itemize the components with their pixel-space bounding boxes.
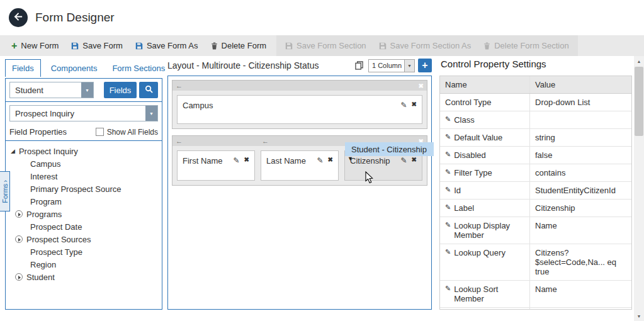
expand-icon[interactable]	[15, 210, 23, 218]
show-all-fields-checkbox[interactable]	[96, 128, 104, 136]
form-select[interactable]: Prospect Inquiry ▼	[9, 105, 158, 121]
collapse-icon[interactable]: ◢	[11, 149, 15, 154]
save-as-icon	[135, 42, 143, 50]
move-left-icon[interactable]: ←	[176, 138, 183, 145]
table-row: Control Type Drop-down List	[440, 94, 631, 111]
tab-form-sections[interactable]: Form Sections	[107, 60, 170, 77]
move-left-icon[interactable]: ←	[262, 138, 269, 145]
prop-value[interactable]: false	[529, 147, 631, 164]
edit-pencil-icon[interactable]: ✎	[401, 156, 407, 165]
back-button[interactable]	[9, 8, 28, 27]
section-toolbar-group: Save Form Section Save Form Section As D…	[276, 35, 578, 56]
tab-fields[interactable]: Fields	[5, 59, 41, 77]
prop-value[interactable]: StudentEntityCitizenId	[529, 182, 631, 199]
prop-value[interactable]: contains	[529, 164, 631, 181]
tree-item-label: Prospect Type	[30, 247, 82, 257]
copy-icon[interactable]	[355, 61, 363, 70]
prop-name-label: Label	[454, 203, 474, 213]
table-row: ✎Filter Type contains	[440, 164, 631, 182]
scroll-down-icon[interactable]: ▼	[634, 311, 644, 321]
move-left-icon[interactable]: ←	[176, 82, 183, 89]
remove-field-icon[interactable]: ✖	[328, 156, 333, 163]
save-form-as-button[interactable]: Save Form As	[129, 35, 205, 56]
forms-tab-label: Forms	[1, 183, 9, 203]
tree-item[interactable]: ◢ Prospect Inquiry	[6, 145, 162, 157]
prop-name-label: Id	[454, 186, 461, 195]
entity-select[interactable]: Student ▼	[9, 82, 94, 98]
editable-pencil-icon: ✎	[445, 221, 451, 229]
show-all-fields-toggle[interactable]: Show All Fields	[96, 128, 158, 137]
remove-field-icon[interactable]: ✖	[244, 156, 249, 163]
tree-item-label: Prospect Sources	[26, 235, 91, 244]
prop-value[interactable]: Name	[529, 281, 631, 307]
edit-pencil-icon[interactable]: ✎	[401, 101, 407, 110]
tree-item[interactable]: Campus	[6, 157, 162, 170]
edit-pencil-icon[interactable]: ✎	[317, 156, 324, 165]
tree-item[interactable]: Program	[6, 195, 162, 208]
tree-item[interactable]: Prospect Date	[6, 220, 162, 233]
fields-panel: Student ▼ Fields Prospect Inquiry ▼ Fiel…	[5, 78, 162, 310]
delete-form-section-button-disabled: Delete Form Section	[477, 35, 575, 56]
tree-item-label: Programs	[26, 210, 62, 219]
drag-tooltip: Student - Citizenship	[345, 142, 434, 156]
search-button[interactable]	[139, 82, 158, 98]
save-icon	[285, 42, 293, 50]
editable-pencil-icon: ✎	[445, 150, 451, 159]
tree-item[interactable]: Programs	[6, 208, 162, 220]
prop-value[interactable]: Name	[529, 217, 631, 244]
save-form-button[interactable]: Save Form	[65, 35, 129, 56]
tree-item[interactable]: Student	[6, 271, 162, 283]
column-header-value: Value	[529, 76, 631, 93]
tab-components[interactable]: Components	[46, 60, 103, 77]
field-label: Campus	[183, 101, 398, 110]
field-label: Last Name	[266, 156, 315, 166]
editable-pencil-icon: ✎	[445, 203, 451, 211]
field-tree: ◢ Prospect Inquiry Campus Interest Prima…	[6, 141, 162, 283]
remove-field-icon[interactable]: ✖	[412, 101, 417, 108]
form-select-value: Prospect Inquiry	[10, 106, 145, 121]
vertical-scrollbar[interactable]: ▲ ▼	[634, 56, 644, 321]
add-section-button[interactable]: +	[418, 59, 432, 72]
close-icon[interactable]: ✖	[419, 82, 424, 89]
prop-name-label: Filter Type	[454, 168, 492, 177]
table-row: ✎Lookup Display Member Name	[440, 217, 631, 244]
trash-icon	[211, 42, 218, 50]
scrollbar-thumb[interactable]	[635, 67, 643, 136]
scroll-up-icon[interactable]: ▲	[634, 56, 644, 66]
tree-item[interactable]: Region	[6, 258, 162, 271]
field-card[interactable]: Last Name ✎ ✖	[261, 150, 339, 181]
table-row: ✎Lookup Sort Member Name	[440, 281, 631, 308]
expand-icon[interactable]	[15, 235, 23, 243]
column-select[interactable]: 1 Column ▼	[368, 59, 415, 72]
tree-item-label: Prospect Inquiry	[19, 147, 78, 156]
prop-value[interactable]	[529, 308, 631, 310]
mouse-cursor	[365, 171, 373, 186]
section-header[interactable]: ← ✖	[172, 81, 427, 91]
forms-side-tab[interactable]: Forms ›	[0, 171, 10, 211]
prop-name-label: Lookup Query	[454, 248, 506, 257]
field-card[interactable]: Campus ✎ ✖	[177, 95, 422, 124]
editable-pencil-icon: ✎	[445, 115, 451, 123]
delete-form-button[interactable]: Delete Form	[205, 35, 273, 56]
remove-field-icon[interactable]: ✖	[412, 156, 417, 163]
field-card[interactable]: First Name ✎ ✖	[177, 150, 255, 181]
field-properties-label: Field Properties	[9, 127, 67, 137]
prop-value[interactable]: Citizenship	[529, 200, 631, 217]
prop-value[interactable]: Citizens?$select=Code,Na... eq true	[529, 244, 631, 280]
table-row: ✎Label Citizenship	[440, 200, 631, 217]
prop-name-label: Class	[454, 115, 475, 125]
tree-item[interactable]: Primary Prospect Source	[6, 183, 162, 195]
save-form-section-label: Save Form Section	[297, 41, 366, 50]
delete-form-section-label: Delete Form Section	[494, 41, 569, 50]
tree-item-label: Interest	[30, 172, 57, 181]
new-form-button[interactable]: + New Form	[5, 35, 65, 56]
tree-item[interactable]: Prospect Sources	[6, 233, 162, 245]
fields-button[interactable]: Fields	[104, 82, 137, 98]
tree-item[interactable]: Interest	[6, 170, 162, 183]
prop-value[interactable]: string	[529, 129, 631, 146]
prop-value[interactable]	[529, 111, 631, 128]
expand-icon[interactable]	[15, 273, 23, 281]
edit-pencil-icon[interactable]: ✎	[234, 156, 240, 165]
tree-item[interactable]: Prospect Type	[6, 245, 162, 258]
new-form-label: New Form	[21, 41, 59, 50]
